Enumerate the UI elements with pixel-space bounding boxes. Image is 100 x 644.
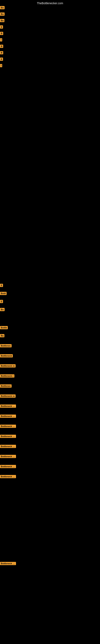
badge-badge-11: E (0, 284, 3, 287)
badge-badge-6: I (0, 38, 2, 42)
badge-badge-28: Bottleneck resu (0, 455, 16, 458)
badge-badge-19: Bottleneck re (0, 364, 16, 368)
badge-badge-22: Bottleneck re (0, 394, 16, 398)
badge-badge-31: Bottleneck res (0, 562, 16, 565)
badge-badge-24: Bottleneck res (0, 414, 16, 418)
badge-badge-23: Bottleneck resu (0, 404, 16, 408)
badge-badge-1: Bo (0, 6, 4, 9)
badge-badge-13: E (0, 300, 3, 303)
badge-badge-20: Bottleneck r (0, 374, 14, 378)
badge-badge-12: Bottl (0, 292, 7, 295)
badge-badge-17: Bottlenec (0, 344, 12, 347)
site-title: TheBottlenecker.com (37, 2, 63, 5)
badge-badge-30: Bottleneck res (0, 475, 16, 478)
badge-badge-21: Bottlenec (0, 384, 12, 388)
badge-badge-15: Bottle (0, 326, 8, 329)
badge-badge-2: Bo (0, 12, 4, 16)
badge-badge-29: Bottleneck result (0, 465, 16, 468)
badge-badge-8: B (0, 51, 3, 54)
badge-badge-16: Ba (0, 334, 4, 337)
badge-badge-9: E (0, 58, 3, 61)
badge-badge-27: Bottleneck resu (0, 445, 16, 448)
badge-badge-7: B (0, 45, 3, 48)
badge-badge-14: Bo (0, 308, 4, 311)
badge-badge-10: I (0, 64, 2, 67)
badge-badge-3: Ba (0, 19, 4, 22)
badge-badge-18: Bottleneck (0, 354, 13, 358)
badge-badge-26: Bottleneck resu (0, 435, 16, 438)
badge-badge-4: E (0, 25, 3, 28)
badge-badge-5: B (0, 32, 3, 35)
badge-badge-25: Bottleneck resu (0, 425, 16, 428)
